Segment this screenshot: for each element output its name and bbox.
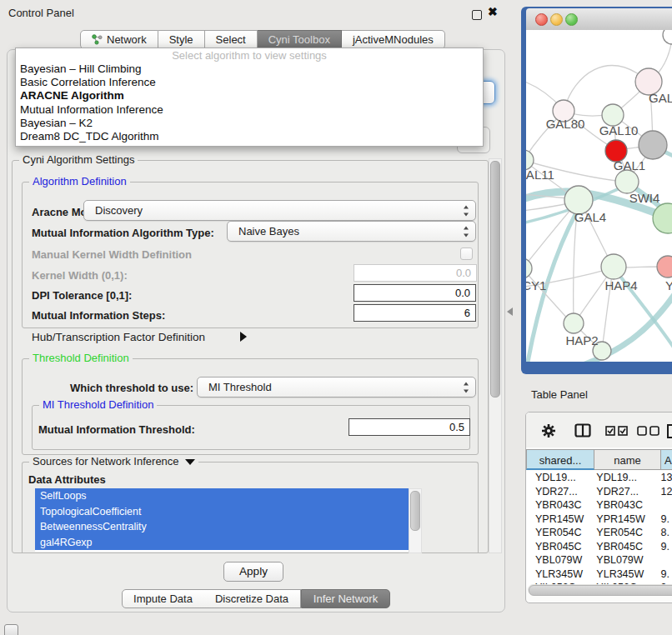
network-graph: GALGAL80GAL10GAL1GAL11SWI4GAL4GCY1HAP4YH…	[526, 30, 672, 362]
deselect-all-icon[interactable]	[637, 426, 659, 436]
table-row[interactable]: YER054CYER054C8.	[526, 526, 672, 540]
table-cell: YDR27...	[591, 485, 655, 499]
mutual-information-threshold-field[interactable]: 0.5	[349, 418, 470, 436]
hub-definition-label[interactable]: Hub/Transcription Factor Definition	[32, 331, 205, 343]
stepper-arrows-icon	[463, 382, 470, 392]
network-node-HAP4[interactable]	[601, 254, 626, 279]
tab-label: Select	[216, 31, 246, 48]
attribute-item-selected[interactable]: BetweennessCentrality	[35, 519, 409, 535]
table-cell: YER054C	[591, 526, 655, 540]
table-cell: YDR27...	[526, 485, 591, 499]
network-edge	[526, 202, 577, 265]
tab-label: Cyni Toolbox	[268, 31, 330, 48]
algorithm-option[interactable]: ARACNE Algorithm	[16, 89, 483, 102]
algorithm-option[interactable]: Bayesian – Hill Climbing	[16, 62, 483, 76]
network-node-label: GAL	[649, 91, 672, 105]
attribute-list-scrollbar[interactable]	[409, 488, 422, 553]
table-row[interactable]: YDL19...YDL19...13	[526, 471, 672, 485]
tab-impute-data[interactable]: Impute Data	[122, 589, 204, 608]
network-node-label: SWI4	[629, 191, 660, 205]
tab-infer-network[interactable]: Infer Network	[301, 589, 390, 608]
kernel-width-field[interactable]: 0.0	[354, 264, 477, 282]
float-panel-icon[interactable]	[472, 10, 482, 20]
minimize-window-icon[interactable]	[550, 13, 563, 26]
table-row[interactable]: YBL079WYBL079W	[526, 553, 672, 568]
combo-value: Naive Bayes	[238, 225, 299, 238]
table-row[interactable]: YPR145WYPR145W9.	[526, 512, 672, 527]
network-node-HAP2[interactable]	[564, 313, 584, 333]
algorithm-option[interactable]: Mutual Information Inference	[16, 103, 483, 117]
table-cell	[656, 498, 672, 512]
table-row[interactable]: YDR27...YDR27...12	[526, 485, 672, 499]
network-node-label: HAP2	[565, 333, 598, 348]
column-header-partial[interactable]: A	[661, 449, 672, 470]
tab-style[interactable]: Style	[158, 30, 205, 49]
network-window-titlebar[interactable]	[526, 8, 672, 31]
mi-algorithm-type-combo[interactable]: Naive Bayes	[227, 221, 476, 242]
tab-jactivemnodules[interactable]: jActiveMNodules	[342, 30, 445, 49]
network-node-label: GAL80	[546, 117, 585, 131]
tab-select[interactable]: Select	[205, 30, 258, 49]
algorithm-option[interactable]: Bayesian – K2	[16, 117, 483, 130]
select-all-icon[interactable]	[605, 426, 628, 436]
close-window-icon[interactable]	[535, 13, 548, 26]
application-window: Control Panel ✖ Network Style Select Cyn…	[0, 0, 672, 635]
network-node-label: GAL11	[526, 168, 554, 182]
split-columns-icon[interactable]	[574, 423, 591, 438]
algorithm-option[interactable]: Basic Correlation Inference	[16, 76, 483, 89]
dpi-tolerance-field[interactable]: 0.0	[354, 284, 476, 302]
table-row[interactable]: YLR345WYLR345W9.	[526, 568, 672, 582]
group-title: Threshold Definition	[29, 352, 133, 364]
attribute-item-selected[interactable]: TopologicalCoefficient	[35, 504, 409, 520]
tab-discretize-data[interactable]: Discretize Data	[203, 589, 301, 608]
network-node[interactable]	[639, 131, 667, 159]
tab-cyni-toolbox[interactable]: Cyni Toolbox	[258, 30, 342, 49]
table-cell: YBR043C	[591, 498, 655, 512]
network-node-label: GCY1	[526, 278, 546, 292]
expand-right-icon[interactable]	[240, 332, 247, 342]
network-node-GCY1[interactable]	[526, 258, 532, 278]
zoom-window-icon[interactable]	[565, 13, 578, 26]
attribute-item-selected[interactable]: SelfLoops	[35, 488, 409, 504]
table-row[interactable]: YBR045CYBR045C9.	[526, 540, 672, 554]
stepper-arrows-icon	[463, 205, 470, 216]
stepper-arrows-icon	[463, 226, 470, 237]
algorithm-option[interactable]: Dream8 DC_TDC Algorithm	[16, 130, 483, 143]
close-panel-icon[interactable]: ✖	[488, 5, 498, 18]
column-header-shared[interactable]: shared...	[526, 449, 594, 470]
scrollbar-thumb[interactable]	[529, 585, 672, 596]
tab-network[interactable]: Network	[80, 30, 158, 49]
table-cell: 12	[656, 485, 672, 499]
table-row[interactable]: YBR043CYBR043C	[526, 498, 672, 512]
which-threshold-combo[interactable]: MI Threshold	[197, 377, 476, 398]
table-toolbar	[526, 412, 672, 448]
table-cell: YDL19...	[591, 471, 655, 485]
scrollbar-thumb[interactable]	[410, 491, 420, 531]
splitter-collapse-icon[interactable]	[507, 308, 513, 316]
table-body: YDL19...YDL19...13YDR27...YDR27...12YBR0…	[526, 471, 672, 588]
tab-label: Style	[169, 31, 193, 48]
network-node[interactable]	[663, 30, 672, 44]
collapse-down-icon[interactable]	[185, 459, 195, 465]
manual-kernel-checkbox[interactable]	[460, 248, 473, 260]
mi-steps-field[interactable]: 6	[354, 304, 476, 322]
column-header-name[interactable]: name	[594, 449, 661, 470]
page-icon[interactable]	[666, 423, 672, 439]
network-node-Y[interactable]	[657, 256, 672, 278]
apply-button[interactable]: Apply	[223, 562, 283, 582]
algorithm-dropdown-popup: Select algorithm to view settings Bayesi…	[15, 48, 484, 147]
aracne-mode-combo[interactable]: Discovery	[83, 200, 476, 221]
scrollbar-thumb[interactable]	[490, 161, 500, 398]
gear-icon[interactable]	[541, 423, 556, 438]
network-node[interactable]	[653, 203, 672, 233]
docked-panel-icon[interactable]	[4, 624, 18, 635]
table-horizontal-scrollbar[interactable]	[528, 584, 672, 595]
network-canvas[interactable]: GALGAL80GAL10GAL1GAL11SWI4GAL4GCY1HAP4YH…	[526, 30, 672, 362]
attribute-item-selected[interactable]: gal4RGexp	[35, 535, 409, 551]
combo-value: MI Threshold	[208, 381, 272, 393]
settings-scrollbar[interactable]	[489, 158, 502, 553]
table-cell: YBR045C	[591, 540, 655, 554]
network-node-label: GAL1	[614, 158, 645, 172]
group-title: Algorithm Definition	[29, 175, 130, 188]
network-node-SWI4[interactable]	[615, 170, 639, 193]
